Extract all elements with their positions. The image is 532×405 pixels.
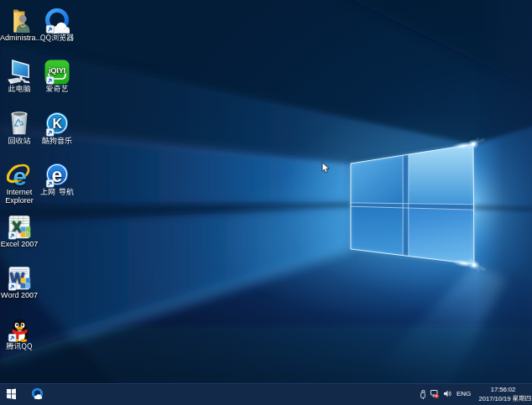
svg-text:ENG: ENG: [456, 390, 471, 397]
svg-text:2017/10/19: 2017/10/19: [478, 395, 510, 402]
svg-text:iQIYI: iQIYI: [49, 65, 65, 75]
svg-text:17:56:02: 17:56:02: [491, 386, 516, 393]
svg-text:K: K: [52, 117, 62, 131]
